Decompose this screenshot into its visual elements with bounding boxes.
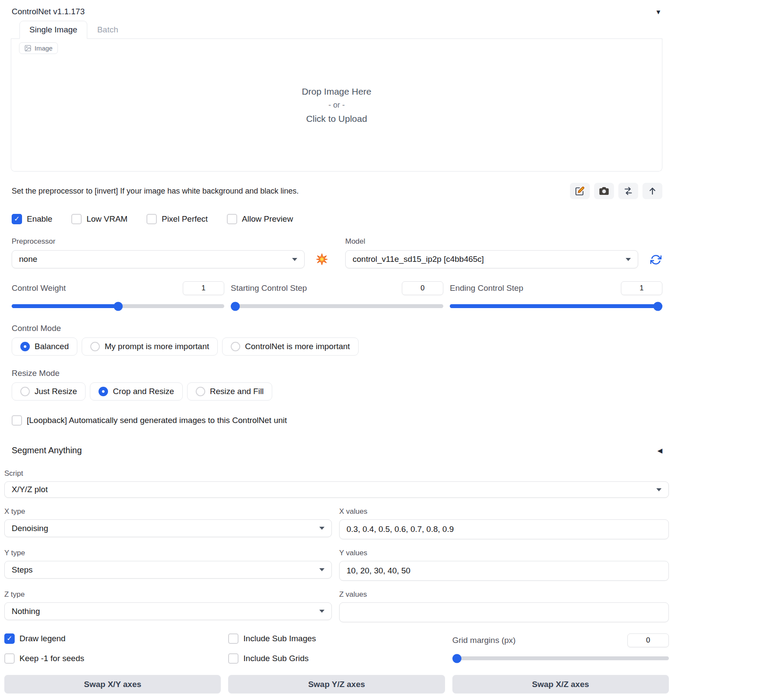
script-section: Script X/Y/Z plot X type Denoising X val…	[4, 469, 669, 700]
slider-thumb[interactable]	[452, 654, 461, 663]
explosion-icon	[316, 253, 328, 265]
tab-batch-label: Batch	[97, 25, 118, 34]
z-type-value: Nothing	[12, 607, 40, 616]
segment-anything-title: Segment Anything	[12, 445, 82, 455]
swap-xz-button[interactable]: Swap X/Z axes	[452, 675, 669, 694]
accordion-collapsed-icon[interactable]: ◀	[657, 447, 662, 455]
draw-legend-checkbox[interactable]: ✓ Draw legend	[4, 633, 221, 644]
control-weight-slider[interactable]	[12, 302, 224, 311]
x-values-label: X values	[339, 507, 669, 516]
swap-xy-button[interactable]: Swap X/Y axes	[4, 675, 221, 694]
z-values-input[interactable]	[339, 602, 669, 622]
swap-yz-button[interactable]: Swap Y/Z axes	[228, 675, 445, 694]
z-type-dropdown[interactable]: Nothing	[4, 602, 332, 620]
mirror-webcam-button[interactable]	[618, 183, 638, 199]
control-weight-input[interactable]	[183, 281, 224, 295]
control-mode-controlnet-important[interactable]: ControlNet is more important	[222, 337, 359, 356]
allow-preview-checkbox[interactable]: ✓ Allow Preview	[227, 214, 293, 224]
pixel-perfect-checkbox[interactable]: ✓ Pixel Perfect	[146, 214, 208, 224]
slider-thumb[interactable]	[231, 302, 240, 311]
collapse-panel-icon[interactable]: ▼	[655, 8, 662, 16]
chevron-down-icon	[319, 527, 324, 530]
checkbox-box: ✓	[71, 214, 82, 224]
x-type-value: Denoising	[12, 524, 48, 533]
include-sub-images-label: Include Sub Images	[243, 634, 316, 643]
checkbox-box: ✓	[12, 214, 22, 224]
y-type-value: Steps	[12, 565, 33, 575]
run-preprocessor-button[interactable]	[316, 253, 328, 265]
grid-margins-block: Grid margins (px)	[452, 633, 669, 673]
script-value: X/Y/Z plot	[12, 485, 48, 494]
model-dropdown[interactable]: control_v11e_sd15_ip2p [c4bb465c]	[345, 250, 638, 268]
preprocessor-block: Preprocessor none	[12, 237, 305, 268]
starting-step-label: Starting Control Step	[231, 283, 307, 293]
radio-label: Resize and Fill	[210, 387, 264, 396]
page-title: ControlNet v1.1.173	[12, 7, 85, 16]
radio-label: Balanced	[35, 342, 69, 351]
send-dimensions-button[interactable]	[642, 183, 662, 199]
chevron-down-icon	[656, 488, 662, 491]
x-type-label: X type	[4, 507, 332, 516]
checkbox-box: ✓	[146, 214, 157, 224]
preprocessor-dropdown[interactable]: none	[12, 250, 305, 268]
radio-label: Crop and Resize	[113, 387, 174, 396]
segment-anything-accordion[interactable]: Segment Anything ◀	[12, 445, 662, 455]
tab-batch[interactable]: Batch	[87, 21, 128, 39]
starting-step-input[interactable]	[402, 281, 443, 295]
resize-mode-crop-and-resize[interactable]: Crop and Resize	[90, 382, 183, 401]
loopback-checkbox[interactable]: ✓ [Loopback] Automatically send generate…	[12, 415, 662, 426]
include-sub-grids-checkbox[interactable]: ✓ Include Sub Grids	[228, 653, 445, 664]
checkbox-box: ✓	[12, 415, 22, 426]
swap-buttons-row: Swap X/Y axes Swap Y/Z axes Swap X/Z axe…	[4, 675, 669, 694]
loopback-label: [Loopback] Automatically send generated …	[27, 416, 287, 425]
controlnet-app: ControlNet v1.1.173 ▼ Single Image Batch…	[4, 0, 669, 700]
input-mode-tabs: Single Image Batch	[11, 21, 662, 39]
loopback-row: ✓ [Loopback] Automatically send generate…	[12, 415, 662, 426]
checkbox-box: ✓	[4, 653, 15, 664]
webcam-button[interactable]	[594, 183, 614, 199]
x-axis-row: X type Denoising X values	[4, 507, 669, 539]
keep-seeds-checkbox[interactable]: ✓ Keep -1 for seeds	[4, 653, 221, 664]
refresh-models-button[interactable]	[650, 254, 662, 265]
open-new-canvas-button[interactable]	[570, 183, 590, 199]
checkbox-box: ✓	[4, 633, 15, 644]
image-upload-dropzone[interactable]: Image Drop Image Here - or - Click to Up…	[11, 39, 662, 171]
tab-single-image[interactable]: Single Image	[19, 21, 87, 39]
model-block: Model control_v11e_sd15_ip2p [c4bb465c]	[345, 237, 638, 268]
keep-seeds-label: Keep -1 for seeds	[19, 654, 84, 663]
grid-margins-input[interactable]	[627, 633, 669, 647]
preprocessor-hint-text: Set the preprocessor to [invert] If your…	[12, 187, 299, 196]
y-type-label: Y type	[4, 549, 332, 557]
control-mode-balanced[interactable]: Balanced	[12, 337, 77, 356]
single-image-tab-panel: Image Drop Image Here - or - Click to Up…	[11, 39, 662, 172]
low-vram-checkbox[interactable]: ✓ Low VRAM	[71, 214, 127, 224]
draw-legend-label: Draw legend	[19, 634, 66, 643]
starting-step-block: Starting Control Step	[231, 281, 443, 311]
ending-step-slider[interactable]	[450, 302, 662, 311]
resize-mode-resize-and-fill[interactable]: Resize and Fill	[187, 382, 273, 401]
radio-label: My prompt is more important	[105, 342, 209, 351]
checkmark-icon: ✓	[6, 635, 12, 642]
ending-step-input[interactable]	[621, 281, 662, 295]
starting-step-slider[interactable]	[231, 302, 443, 311]
x-type-dropdown[interactable]: Denoising	[4, 519, 332, 537]
include-sub-images-checkbox[interactable]: ✓ Include Sub Images	[228, 633, 445, 644]
enable-checkbox[interactable]: ✓ Enable	[12, 214, 52, 224]
resize-mode-just-resize[interactable]: Just Resize	[12, 382, 86, 401]
control-mode-prompt-important[interactable]: My prompt is more important	[82, 337, 218, 356]
slider-thumb[interactable]	[114, 302, 123, 311]
y-type-dropdown[interactable]: Steps	[4, 561, 332, 579]
radio-circle	[231, 342, 240, 351]
script-dropdown[interactable]: X/Y/Z plot	[4, 481, 669, 498]
y-values-input[interactable]	[339, 561, 669, 581]
grid-margins-slider[interactable]	[452, 654, 669, 663]
send-dimensions-icon	[648, 186, 657, 196]
preprocessor-model-row: Preprocessor none Model control_v11e_sd1…	[12, 237, 662, 268]
low-vram-label: Low VRAM	[86, 214, 127, 224]
edit-canvas-icon	[575, 186, 585, 196]
grid-margins-label: Grid margins (px)	[452, 636, 516, 645]
xyz-options-row: ✓ Draw legend ✓ Keep -1 for seeds ✓ Incl…	[4, 633, 669, 673]
slider-thumb[interactable]	[653, 302, 662, 311]
include-sub-grids-label: Include Sub Grids	[243, 654, 309, 663]
x-values-input[interactable]	[339, 519, 669, 539]
